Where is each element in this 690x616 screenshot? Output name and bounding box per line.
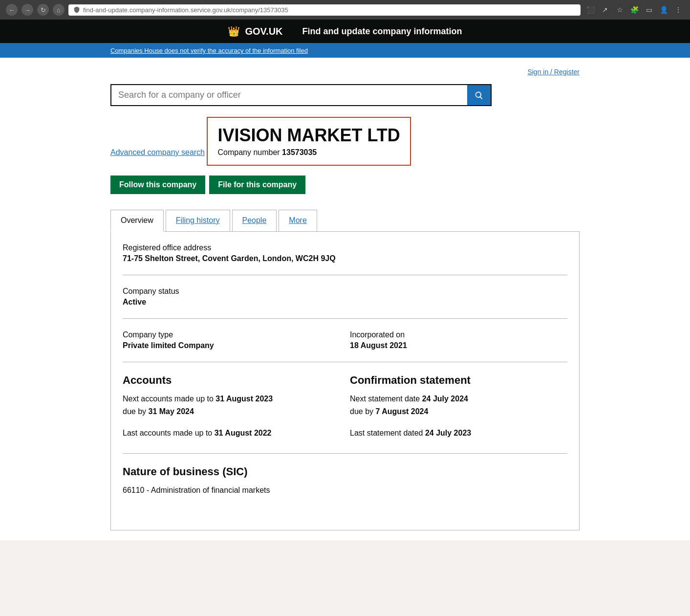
share-icon[interactable]: ↗ xyxy=(599,4,611,16)
sign-in-row: Sign in / Register xyxy=(110,67,580,76)
search-icon xyxy=(474,90,484,100)
tab-overview[interactable]: Overview xyxy=(110,210,164,232)
incorporated-value: 18 August 2021 xyxy=(350,341,567,350)
accounts-confirmation-section: Accounts Next accounts made up to 31 Aug… xyxy=(123,374,567,454)
extension-icon[interactable]: 🧩 xyxy=(628,4,640,16)
confirmation-heading: Confirmation statement xyxy=(350,374,567,387)
nature-of-business-section: Nature of business (SIC) 66110 - Adminis… xyxy=(123,465,567,506)
sic-value: 66110 - Administration of financial mark… xyxy=(123,486,567,495)
search-form xyxy=(110,84,492,106)
forward-button[interactable]: → xyxy=(22,4,33,16)
confirmation-next-date: Next statement date 24 July 2024 xyxy=(350,395,567,403)
menu-icon[interactable]: ⋮ xyxy=(672,4,684,16)
registered-office-label: Registered office address xyxy=(123,243,567,252)
info-banner-link[interactable]: Companies House does not verify the accu… xyxy=(110,47,308,54)
accounts-next-made-up: Next accounts made up to 31 August 2023 xyxy=(123,395,340,403)
browser-icons: ⬛ ↗ ☆ 🧩 ▭ 👤 ⋮ xyxy=(584,4,684,16)
company-status-section: Company status Active xyxy=(123,287,567,319)
confirmation-next-due: due by 7 August 2024 xyxy=(350,407,567,416)
accounts-last-made-up: Last accounts made up to 31 August 2022 xyxy=(123,429,340,438)
tabs-container: Overview Filing history People More Regi… xyxy=(110,210,580,530)
type-incorporated-section: Company type Private limited Company Inc… xyxy=(123,330,567,362)
search-input[interactable] xyxy=(111,85,467,105)
tab-content-overview: Registered office address 71-75 Shelton … xyxy=(110,232,580,530)
registered-office-value: 71-75 Shelton Street, Covent Garden, Lon… xyxy=(123,254,567,263)
back-button[interactable]: ← xyxy=(6,4,18,16)
tabs-list: Overview Filing history People More xyxy=(110,210,580,232)
sign-in-link[interactable]: Sign in / Register xyxy=(527,68,580,76)
search-button[interactable] xyxy=(467,85,491,105)
tab-people[interactable]: People xyxy=(232,210,277,231)
company-type-value: Private limited Company xyxy=(123,341,340,350)
accounts-col: Accounts Next accounts made up to 31 Aug… xyxy=(123,374,340,441)
file-for-company-button[interactable]: File for this company xyxy=(209,176,305,194)
confirmation-col: Confirmation statement Next statement da… xyxy=(350,374,567,441)
govuk-logo[interactable]: 👑 GOV.UK xyxy=(228,25,282,37)
home-button[interactable]: ⌂ xyxy=(53,4,65,16)
follow-company-button[interactable]: Follow this company xyxy=(110,176,205,194)
govuk-logo-text: GOV.UK xyxy=(245,26,282,37)
nature-heading: Nature of business (SIC) xyxy=(123,465,567,478)
bookmark-icon[interactable]: ☆ xyxy=(614,4,625,16)
url-display: find-and-update.company-information.serv… xyxy=(83,6,288,14)
company-number: Company number 13573035 xyxy=(217,148,400,157)
action-buttons: Follow this company File for this compan… xyxy=(110,176,580,194)
browser-chrome: ← → ↻ ⌂ find-and-update.company-informat… xyxy=(0,0,690,20)
accounts-heading: Accounts xyxy=(123,374,340,387)
incorporated-col: Incorporated on 18 August 2021 xyxy=(350,330,567,350)
advanced-search-link[interactable]: Advanced company search xyxy=(110,148,205,157)
accounts-next-due: due by 31 May 2024 xyxy=(123,407,340,416)
screen-cast-icon[interactable]: ⬛ xyxy=(584,4,596,16)
tab-filing-history[interactable]: Filing history xyxy=(166,210,230,231)
tab-more[interactable]: More xyxy=(279,210,317,231)
sidebar-icon[interactable]: ▭ xyxy=(643,4,655,16)
govuk-header: 👑 GOV.UK Find and update company informa… xyxy=(0,20,690,43)
address-bar[interactable]: find-and-update.company-information.serv… xyxy=(68,4,581,16)
info-banner: Companies House does not verify the accu… xyxy=(0,43,690,58)
company-type-col: Company type Private limited Company xyxy=(123,330,340,350)
reload-button[interactable]: ↻ xyxy=(37,4,49,16)
registered-office-section: Registered office address 71-75 Shelton … xyxy=(123,243,567,275)
company-title-box: IVISION MARKET LTD Company number 135730… xyxy=(207,117,410,166)
confirmation-last: Last statement dated 24 July 2023 xyxy=(350,429,567,438)
company-name: IVISION MARKET LTD xyxy=(217,126,400,145)
company-status-label: Company status xyxy=(123,287,567,296)
crown-icon: 👑 xyxy=(228,25,240,37)
main-wrapper: Sign in / Register Advanced company sear… xyxy=(0,58,690,540)
company-status-value: Active xyxy=(123,298,567,307)
service-name: Find and update company information xyxy=(302,26,462,37)
incorporated-label: Incorporated on xyxy=(350,330,567,339)
company-type-label: Company type xyxy=(123,330,340,339)
profile-icon[interactable]: 👤 xyxy=(658,4,669,16)
